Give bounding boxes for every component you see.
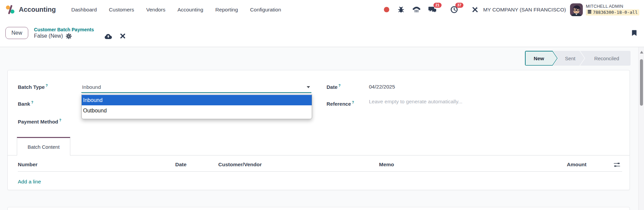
accounting-app-logo-icon[interactable] [5, 5, 15, 14]
company-switcher[interactable]: MY COMPANY (SAN FRANCISCO) [483, 7, 566, 13]
reference-label: Reference? [327, 101, 354, 107]
navbar-right: 21 37 MY COMPANY (SAN FRANCISCO) [376, 3, 639, 16]
top-navbar: Accounting Dashboard Customers Vendors A… [0, 0, 644, 19]
menu-item-customers[interactable]: Customers [109, 7, 134, 13]
navbar-left: Accounting Dashboard Customers Vendors A… [5, 5, 281, 14]
status-step-reconciled-label: Reconciled [594, 56, 619, 61]
add-a-line-link[interactable]: Add a line [18, 179, 41, 185]
chatter-card [7, 207, 630, 210]
main-content: New Sent Reconciled Batch Type? Inbound … [0, 47, 644, 210]
status-step-sent[interactable]: Sent [553, 51, 584, 66]
bank-label: Bank? [18, 101, 33, 107]
column-header-number[interactable]: Number [18, 162, 175, 168]
database-icon [588, 10, 592, 15]
avatar[interactable] [570, 3, 583, 16]
column-header-amount[interactable]: Amount [546, 162, 586, 168]
help-marker[interactable]: ? [339, 84, 341, 88]
menu-item-accounting[interactable]: Accounting [178, 7, 203, 13]
help-marker[interactable]: ? [31, 101, 33, 104]
gear-icon[interactable] [66, 33, 72, 39]
table-header-row: Number Date Customer/Vendor Memo Amount [18, 158, 622, 172]
user-menu[interactable]: MITCHELL ADMIN 78836300-18-0-all [586, 4, 639, 15]
menu-item-configuration[interactable]: Configuration [250, 7, 281, 13]
app-name[interactable]: Accounting [19, 6, 56, 13]
save-cloud-icon[interactable] [104, 33, 113, 39]
date-label: Date? [327, 84, 341, 90]
bug-icon[interactable] [397, 6, 405, 13]
columns-settings-icon[interactable] [586, 162, 622, 167]
status-step-sent-label: Sent [565, 56, 575, 61]
scroll-up-arrow-icon[interactable] [640, 51, 643, 54]
help-marker[interactable]: ? [59, 118, 61, 122]
column-header-memo[interactable]: Memo [379, 162, 546, 168]
phone-icon[interactable] [413, 6, 420, 13]
notebook-divider [8, 155, 630, 155]
user-name: MITCHELL ADMIN [586, 4, 639, 9]
messages-badge: 21 [433, 3, 442, 8]
batch-type-value: Inbound [81, 84, 101, 90]
scrollbar[interactable] [638, 47, 644, 210]
app-window: Accounting Dashboard Customers Vendors A… [0, 0, 644, 210]
scrollbar-thumb[interactable] [640, 59, 643, 106]
batch-type-label: Batch Type? [18, 84, 48, 90]
reference-input[interactable] [369, 99, 557, 105]
breadcrumb-current: False (New) [34, 33, 63, 39]
column-header-customer-vendor[interactable]: Customer/Vendor [218, 162, 379, 168]
chevron-down-icon [307, 86, 310, 88]
statusbar: New Sent Reconciled [525, 51, 631, 66]
activities-icon[interactable]: 37 [450, 6, 458, 13]
messages-icon[interactable]: 21 [428, 6, 437, 13]
database-badge: 78836300-18-0-all [586, 9, 639, 15]
main-menu: Dashboard Customers Vendors Accounting R… [71, 7, 281, 13]
breadcrumb-parent-link[interactable]: Customer Batch Payments [34, 27, 125, 32]
menu-item-vendors[interactable]: Vendors [146, 7, 165, 13]
menu-item-reporting[interactable]: Reporting [215, 7, 238, 13]
payment-method-label: Payment Method? [18, 118, 61, 125]
form-sheet: Batch Type? Inbound Inbound Outbound Ban… [7, 70, 630, 190]
breadcrumb-current-line: False (New) [34, 33, 125, 39]
database-name: 78836300-18-0-all [593, 10, 638, 15]
status-step-new-label: New [534, 56, 544, 61]
help-marker[interactable]: ? [46, 84, 48, 88]
breadcrumb: Customer Batch Payments False (New) [34, 27, 125, 39]
status-step-new[interactable]: New [525, 51, 558, 66]
activities-badge: 37 [455, 3, 463, 8]
column-header-date[interactable]: Date [175, 162, 218, 168]
control-panel: New Customer Batch Payments False (New) [0, 19, 644, 47]
book-icon[interactable] [631, 30, 637, 36]
dropdown-option-outbound[interactable]: Outbound [82, 105, 312, 116]
record-indicator-icon[interactable] [384, 7, 389, 12]
new-button[interactable]: New [5, 27, 28, 39]
tab-batch-content[interactable]: Batch Content [17, 137, 70, 155]
help-marker[interactable]: ? [352, 101, 354, 104]
dropdown-option-inbound[interactable]: Inbound [82, 95, 312, 105]
discard-icon[interactable] [120, 33, 125, 39]
tab-batch-content-label: Batch Content [28, 144, 60, 150]
tools-icon[interactable] [471, 6, 479, 13]
date-field[interactable]: 04/22/2025 [369, 84, 395, 90]
batch-type-select[interactable]: Inbound [81, 82, 311, 93]
menu-item-dashboard[interactable]: Dashboard [71, 7, 97, 13]
batch-type-dropdown: Inbound Outbound [81, 94, 312, 119]
status-step-reconciled[interactable]: Reconciled [580, 51, 631, 66]
